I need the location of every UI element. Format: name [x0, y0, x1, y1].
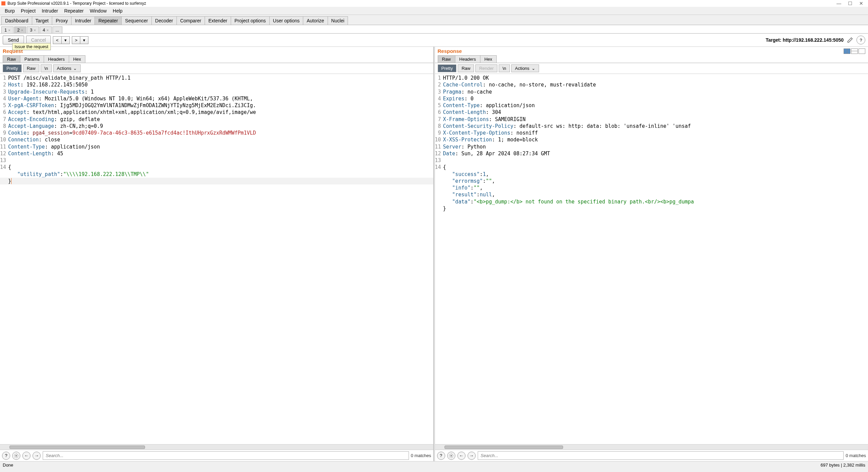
tab-project-options[interactable]: Project options [231, 16, 270, 25]
response-actions-dropdown[interactable]: Actions⌄ [511, 64, 539, 72]
sub-tab-2[interactable]: 2× [14, 26, 26, 33]
repeater-sub-tabs: 1× 2× 3× 4× ... [0, 25, 868, 34]
response-hscroll[interactable] [435, 444, 868, 450]
sub-tab-3[interactable]: 3× [27, 26, 39, 33]
layout-horizontal-icon[interactable] [844, 48, 850, 54]
tab-decoder[interactable]: Decoder [151, 16, 177, 25]
minimize-button[interactable]: — [836, 1, 841, 6]
request-tab-hex[interactable]: Hex [69, 55, 85, 63]
request-search-bar: ? ← → 0 matches [0, 450, 433, 461]
sub-tab-more[interactable]: ... [53, 26, 62, 33]
gear-icon[interactable] [447, 452, 455, 460]
menu-intruder[interactable]: Intruder [39, 7, 61, 14]
request-search-input[interactable] [43, 451, 409, 460]
svg-point-1 [451, 455, 452, 456]
svg-point-0 [16, 455, 17, 456]
status-bar: Done 697 bytes | 2,382 millis [0, 461, 868, 469]
tab-comparer[interactable]: Comparer [177, 16, 205, 25]
menubar: Burp Project Intruder Repeater Window He… [0, 7, 868, 15]
tab-extender[interactable]: Extender [205, 16, 231, 25]
layout-vertical-icon[interactable] [851, 48, 858, 54]
tab-nuclei[interactable]: Nuclei [328, 16, 348, 25]
tooltip: Issue the request [12, 43, 51, 50]
history-forward-button[interactable]: > [72, 36, 81, 44]
request-actions-dropdown[interactable]: Actions⌄ [53, 64, 81, 72]
response-fmt-render[interactable]: Render [475, 64, 497, 72]
tab-repeater[interactable]: Repeater [95, 16, 122, 25]
tab-intruder[interactable]: Intruder [71, 16, 95, 25]
history-back-button[interactable]: < [53, 36, 62, 44]
response-editor[interactable]: 1HTTP/1.0 200 OK2Cache-Control: no-cache… [435, 74, 868, 444]
tab-autorize[interactable]: Autorize [303, 16, 328, 25]
response-fmt-raw[interactable]: Raw [458, 64, 474, 72]
status-left: Done [3, 463, 13, 468]
gear-icon[interactable] [12, 452, 20, 460]
search-prev-button[interactable]: ← [457, 452, 466, 460]
response-view-tabs: Raw Headers Hex [435, 55, 868, 63]
request-tab-headers[interactable]: Headers [44, 55, 69, 63]
response-fmt-pretty[interactable]: Pretty [438, 64, 457, 72]
close-icon[interactable]: × [21, 28, 23, 32]
response-search-bar: ? ← → 0 matches [435, 450, 868, 461]
menu-help[interactable]: Help [110, 7, 125, 14]
response-fmt-newline[interactable]: \n [499, 64, 510, 72]
status-right: 697 bytes | 2,382 millis [821, 463, 865, 468]
menu-project[interactable]: Project [18, 7, 39, 14]
menu-repeater[interactable]: Repeater [61, 7, 86, 14]
tab-target[interactable]: Target [32, 16, 53, 25]
close-icon[interactable]: × [8, 28, 10, 32]
tab-user-options[interactable]: User options [269, 16, 304, 25]
request-tab-params[interactable]: Params [20, 55, 44, 63]
close-icon[interactable]: × [46, 28, 48, 32]
tab-proxy[interactable]: Proxy [52, 16, 71, 25]
request-tab-raw[interactable]: Raw [3, 55, 20, 63]
request-matches: 0 matches [411, 453, 431, 458]
help-icon[interactable]: ? [2, 452, 10, 460]
response-tab-headers[interactable]: Headers [455, 55, 480, 63]
maximize-button[interactable]: ☐ [848, 1, 852, 6]
chevron-down-icon: ⌄ [532, 66, 535, 71]
response-title: Response [438, 48, 462, 54]
edit-target-icon[interactable] [846, 36, 854, 44]
menu-window[interactable]: Window [87, 7, 109, 14]
action-bar: Send Cancel < ▾ > ▾ Issue the request Ta… [0, 34, 868, 47]
close-icon[interactable]: × [34, 28, 36, 32]
help-icon[interactable]: ? [437, 452, 445, 460]
request-fmt-pretty[interactable]: Pretty [3, 64, 22, 72]
request-fmt-raw[interactable]: Raw [23, 64, 39, 72]
tab-sequencer[interactable]: Sequencer [121, 16, 152, 25]
history-forward-dropdown[interactable]: ▾ [80, 36, 88, 44]
request-format-bar: Pretty Raw \n Actions⌄ [0, 63, 433, 74]
main-tabs: Dashboard Target Proxy Intruder Repeater… [0, 15, 868, 25]
history-back-dropdown[interactable]: ▾ [61, 36, 70, 44]
menu-burp[interactable]: Burp [2, 7, 18, 14]
window-title: Burp Suite Professional v2020.9.1 - Temp… [7, 1, 146, 6]
request-editor[interactable]: 1POST /misc/validate_binary_path HTTP/1.… [0, 74, 433, 444]
request-pane: Request Raw Params Headers Hex Pretty Ra… [0, 47, 434, 461]
response-pane: Response Raw Headers Hex Pretty Raw Rend… [435, 47, 868, 461]
layout-icons [844, 48, 865, 54]
close-button[interactable]: ✕ [859, 1, 863, 6]
panes: Request Raw Params Headers Hex Pretty Ra… [0, 47, 868, 461]
chevron-down-icon: ⌄ [73, 66, 77, 71]
response-search-input[interactable] [478, 451, 844, 460]
search-next-button[interactable]: → [33, 452, 41, 460]
request-view-tabs: Raw Params Headers Hex [0, 55, 433, 63]
sub-tab-1[interactable]: 1× [1, 26, 14, 33]
sub-tab-4[interactable]: 4× [40, 26, 52, 33]
target-label: Target: http://192.168.222.145:5050 [766, 37, 844, 43]
search-prev-button[interactable]: ← [22, 452, 30, 460]
layout-combined-icon[interactable] [859, 48, 865, 54]
response-tab-hex[interactable]: Hex [480, 55, 497, 63]
app-icon [1, 1, 5, 5]
response-matches: 0 matches [846, 453, 866, 458]
search-next-button[interactable]: → [468, 452, 476, 460]
request-hscroll[interactable] [0, 444, 433, 450]
titlebar: Burp Suite Professional v2020.9.1 - Temp… [0, 0, 868, 7]
request-fmt-newline[interactable]: \n [41, 64, 52, 72]
help-icon[interactable]: ? [856, 36, 865, 44]
response-format-bar: Pretty Raw Render \n Actions⌄ [435, 63, 868, 74]
response-tab-raw[interactable]: Raw [438, 55, 455, 63]
tab-dashboard[interactable]: Dashboard [1, 16, 32, 25]
